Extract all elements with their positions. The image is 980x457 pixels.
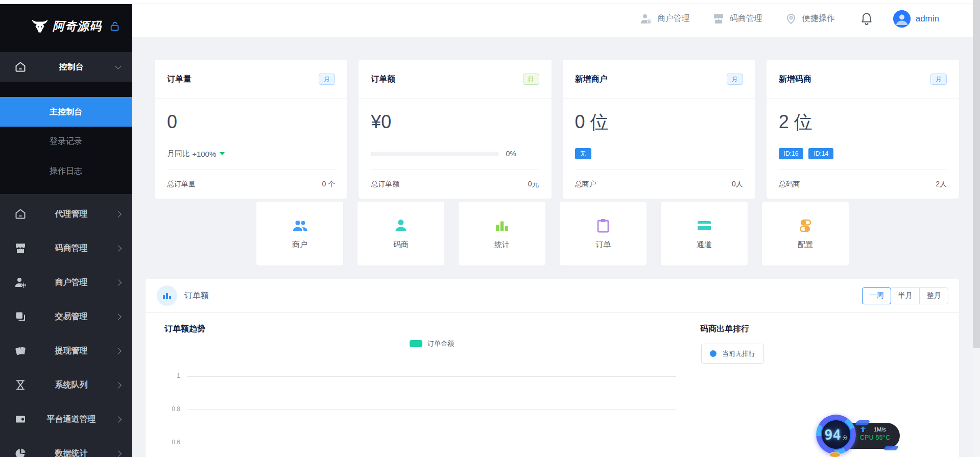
bar-chart-icon	[157, 285, 177, 306]
submenu-item-main-console[interactable]: 主控制台	[0, 97, 132, 127]
range-button-week[interactable]: 一周	[862, 287, 891, 304]
card-subrow: 无	[575, 145, 743, 162]
shortcut-codemerchants[interactable]: 码商	[357, 202, 444, 266]
sidebar-item-platform-channel-management[interactable]: 平台通道管理	[0, 404, 132, 434]
header-nav-codemerchant-management[interactable]: 码商管理	[712, 13, 762, 25]
shortcut-label: 配置	[798, 240, 813, 250]
clipboard-icon	[594, 218, 612, 234]
users-icon	[291, 218, 308, 234]
sidebar-item-agent-management[interactable]: 代理管理	[0, 199, 132, 229]
chevron-right-icon	[115, 279, 122, 286]
sidebar-item-withdrawal-management[interactable]: 提现管理	[0, 336, 132, 366]
sidebar: 阿奇源码 控制台 主控制台 登录记录 操作日志	[0, 0, 132, 457]
stat-card-new-codemerchants: 新增码商 月 2 位 ID:16 ID:14 总码商 2人	[767, 60, 959, 199]
score-unit: 分	[843, 434, 848, 441]
sidebar-item-merchant-management[interactable]: 商户管理	[0, 268, 132, 297]
footer-label: 总商户	[575, 180, 596, 189]
chart-legend[interactable]: 订单金额	[187, 339, 676, 348]
footer-value: 2人	[936, 180, 947, 189]
y-axis-tick: 1	[177, 372, 180, 379]
stat-card-new-merchants: 新增商户 月 0 位 无 总商户 0人	[563, 60, 755, 199]
shortcut-settings[interactable]: 配置	[762, 202, 849, 266]
sidebar-item-label: 提现管理	[27, 346, 116, 356]
range-button-full-month[interactable]: 整月	[919, 287, 948, 304]
chevron-down-icon	[115, 63, 122, 69]
y-axis-tick: 0.8	[172, 405, 180, 413]
shortcut-statistics[interactable]: 统计	[459, 202, 545, 266]
scrollbar-thumb[interactable]	[973, 0, 980, 348]
sidebar-item-label: 代理管理	[27, 209, 116, 220]
shortcut-label: 码商	[393, 240, 409, 250]
sidebar-item-label: 码商管理	[27, 243, 116, 254]
chevron-right-icon	[115, 450, 122, 457]
chevron-right-icon	[115, 348, 122, 354]
sidebar-item-system-queue[interactable]: 系统队列	[0, 370, 132, 400]
legend-swatch	[410, 340, 422, 347]
wallet-icon	[14, 413, 27, 425]
shortcut-label: 订单	[595, 240, 611, 250]
system-monitor-widget[interactable]: 1M/s CPU 55°C 94 分	[816, 415, 904, 457]
stat-card-order-count: 订单量 月 0 月同比 +100% 总订单量 0 个	[155, 60, 347, 199]
caret-down-icon	[220, 152, 225, 155]
sub-label: 月同比	[167, 149, 190, 159]
username: admin	[916, 14, 939, 24]
card-title: 订单额	[371, 74, 395, 85]
lock-icon[interactable]	[109, 20, 121, 33]
notification-bell-icon[interactable]	[859, 11, 874, 27]
logo-text: 阿奇源码	[53, 18, 102, 34]
shortcut-label: 通道	[697, 240, 712, 250]
header-nav-label: 码商管理	[730, 13, 762, 24]
submenu-item-operation-logs[interactable]: 操作日志	[0, 156, 132, 186]
cpu-temperature: CPU 55°C	[860, 434, 900, 441]
sidebar-item-codemerchant-management[interactable]: 码商管理	[0, 233, 132, 263]
card-value: ¥0	[371, 109, 539, 135]
header-nav-quick-actions[interactable]: 便捷操作	[785, 13, 835, 25]
chevron-right-icon	[115, 314, 122, 320]
progress-bar	[371, 152, 498, 156]
sidebar-item-label: 商户管理	[27, 277, 116, 288]
header-nav-merchant-management[interactable]: 商户管理	[640, 13, 690, 25]
user-gear-icon	[14, 276, 27, 288]
card-value: 2 位	[779, 109, 947, 135]
cards-icon	[14, 345, 27, 357]
tag[interactable]: ID:16	[779, 148, 804, 159]
footer-label: 总订单额	[371, 180, 399, 189]
credit-card-icon	[696, 218, 713, 234]
card-value: 0 位	[575, 109, 743, 135]
sidebar-item-label: 控制台	[27, 62, 116, 73]
bar-chart-icon	[493, 218, 511, 234]
shortcuts-row: 商户 码商 统计	[256, 202, 849, 266]
ranking-empty-label: 当前无排行	[722, 349, 755, 358]
y-axis-tick: 0.6	[172, 439, 180, 446]
sidebar-item-transaction-management[interactable]: 交易管理	[0, 302, 132, 331]
user-menu[interactable]: admin	[893, 10, 939, 28]
sidebar-item-data-statistics[interactable]: 数据统计	[0, 439, 132, 457]
shortcut-channels[interactable]: 通道	[661, 202, 748, 266]
submenu-item-login-records[interactable]: 登录记录	[0, 127, 132, 156]
shortcut-orders[interactable]: 订单	[560, 202, 647, 266]
range-button-half-month[interactable]: 半月	[891, 287, 920, 304]
footer-value: 0 个	[322, 180, 336, 189]
legend-label: 订单金额	[427, 339, 454, 348]
shortcut-merchants[interactable]: 商户	[256, 202, 343, 266]
location-pin-icon	[785, 13, 797, 25]
card-title: 新增商户	[575, 74, 608, 85]
chevron-right-icon	[115, 245, 122, 252]
card-title: 新增码商	[779, 74, 811, 85]
sidebar-item-console[interactable]: 控制台	[0, 52, 132, 82]
footer-label: 总订单量	[167, 180, 196, 189]
chart-gridline: 0.6	[187, 443, 676, 443]
footer-value: 0人	[732, 180, 743, 189]
sidebar-item-label: 系统队列	[27, 380, 116, 391]
sidebar-menu: 代理管理 码商管理 商户管理	[0, 194, 132, 457]
vertical-scrollbar[interactable]	[973, 0, 980, 457]
avatar	[893, 10, 911, 28]
progress-label: 0%	[506, 150, 516, 158]
tag[interactable]: ID:14	[808, 148, 833, 159]
panel-header: 订单额 一周 半月 整月	[146, 279, 959, 313]
stat-card-order-amount: 订单额 日 ¥0 0% 总订单额 0元	[358, 60, 551, 199]
period-badge: 日	[523, 74, 539, 85]
card-subrow: 0%	[371, 145, 539, 162]
shop-icon	[14, 242, 27, 254]
period-badge: 月	[319, 74, 335, 85]
